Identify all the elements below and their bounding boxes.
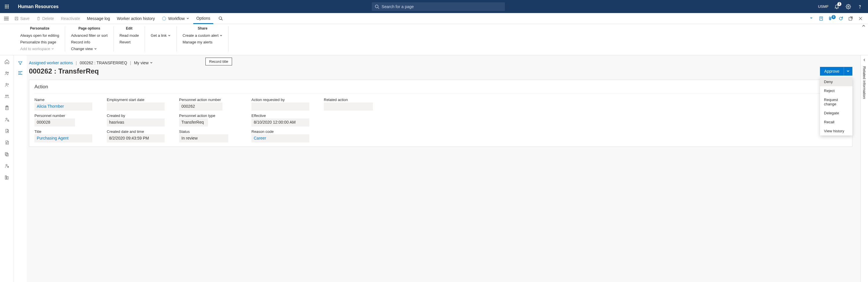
value-name[interactable]: Alicia Thornber <box>34 103 92 111</box>
app-launcher-icon[interactable] <box>2 2 11 11</box>
get-a-link[interactable]: Get a link <box>151 33 171 38</box>
attachment-badge: 0 <box>832 15 836 19</box>
org-icon[interactable] <box>3 174 10 181</box>
view-selector[interactable]: My view <box>134 60 153 65</box>
filter-rail <box>14 55 27 282</box>
left-nav-rail <box>0 55 14 282</box>
personalize-this-page[interactable]: Personalize this page <box>20 39 56 45</box>
value-created-date: 8/2/2020 09:43:59 PM <box>107 134 165 142</box>
close-icon[interactable] <box>857 16 864 21</box>
options-tab[interactable]: Options <box>193 13 213 24</box>
right-rail: Related information <box>861 55 868 282</box>
record-info[interactable]: Record info <box>71 39 90 45</box>
chevron-down-icon <box>150 61 153 64</box>
people-icon[interactable] <box>3 70 10 77</box>
approve-dropdown-toggle[interactable] <box>844 67 852 76</box>
create-custom-alert[interactable]: Create a custom alert <box>183 33 222 38</box>
value-related-action <box>324 103 373 111</box>
breadcrumb-current: 000262 : TRANSFERREQ <box>80 60 127 65</box>
svg-point-11 <box>219 17 222 20</box>
chevron-down-icon <box>220 34 222 37</box>
value-action-type: TransferReq <box>179 118 208 126</box>
label-related-action: Related action <box>324 97 384 102</box>
label-action-type: Personnel action type <box>179 113 240 118</box>
personalize-icon[interactable] <box>808 16 815 21</box>
approve-button[interactable]: Approve <box>820 67 844 76</box>
search-input[interactable] <box>382 4 502 9</box>
approve-split-button: Approve <box>820 67 852 76</box>
svg-point-10 <box>162 17 166 20</box>
ribbon-group-share-title: Share <box>197 26 207 30</box>
breadcrumb-link[interactable]: Assigned worker actions <box>29 60 73 65</box>
team-icon[interactable] <box>3 93 10 100</box>
record-title-tooltip: Record title <box>206 58 232 65</box>
svg-point-23 <box>7 95 8 96</box>
svg-line-30 <box>8 121 9 121</box>
person-add-icon[interactable] <box>3 81 10 88</box>
revert[interactable]: Revert <box>120 39 130 45</box>
svg-line-12 <box>221 19 222 20</box>
label-created-by: Created by <box>107 113 167 118</box>
workflow-button[interactable]: Workflow <box>159 13 192 24</box>
always-open-editing[interactable]: Always open for editing <box>20 33 59 38</box>
action-card: Action 8/10/2020 12:0 Name Alicia Thornb… <box>29 80 852 147</box>
document-out-icon[interactable] <box>3 128 10 135</box>
svg-rect-8 <box>16 17 17 18</box>
options-ribbon: Personalize Always open for editing Pers… <box>0 24 868 55</box>
svg-rect-9 <box>16 19 18 20</box>
chevron-down-icon <box>94 48 97 50</box>
home-icon[interactable] <box>3 58 10 65</box>
add-to-workspace: Add to workspace <box>20 46 54 52</box>
dropdown-deny[interactable]: Deny <box>820 77 852 86</box>
nav-toggle-icon[interactable] <box>2 17 10 21</box>
page-info-icon[interactable] <box>818 16 825 21</box>
copy-icon[interactable] <box>3 151 10 158</box>
ribbon-group-personalize-title: Personalize <box>30 26 50 30</box>
ribbon-group-page-options-title: Page options <box>79 26 100 30</box>
person-star-icon[interactable] <box>3 163 10 169</box>
advanced-filter-sort[interactable]: Advanced filter or sort <box>71 33 107 38</box>
list-icon[interactable] <box>18 71 23 75</box>
popout-icon[interactable] <box>847 16 854 21</box>
app-title: Human Resources <box>18 4 59 9</box>
dropdown-reject[interactable]: Reject <box>820 86 852 95</box>
value-status: In review <box>179 134 228 142</box>
toolbar-search-icon[interactable] <box>214 13 227 24</box>
settings-icon[interactable] <box>845 3 852 10</box>
read-mode[interactable]: Read mode <box>120 33 139 38</box>
chevron-down-icon <box>51 48 54 50</box>
worker-action-history-button[interactable]: Worker action history <box>114 13 158 24</box>
svg-rect-32 <box>6 153 8 156</box>
label-reason-code: Reason code <box>251 130 312 134</box>
manage-my-alerts[interactable]: Manage my alerts <box>183 39 212 45</box>
dropdown-recall[interactable]: Recall <box>820 117 852 126</box>
document-in-icon[interactable] <box>3 139 10 146</box>
dropdown-request-change[interactable]: Request change <box>820 95 852 109</box>
change-view[interactable]: Change view <box>71 46 97 52</box>
expand-related-icon[interactable] <box>863 58 866 62</box>
svg-point-0 <box>375 5 378 8</box>
message-log-button[interactable]: Message log <box>84 13 113 24</box>
filter-icon[interactable] <box>18 60 23 66</box>
attachments-icon[interactable]: 0 <box>828 16 834 21</box>
label-title: Title <box>34 130 95 134</box>
label-created-date: Created date and time <box>107 130 167 134</box>
clipboard-icon[interactable] <box>3 105 10 111</box>
chevron-down-icon <box>168 34 171 37</box>
section-title-action: Action <box>34 84 48 90</box>
dropdown-delegate[interactable]: Delegate <box>820 109 852 117</box>
value-title[interactable]: Purchasing Agent <box>34 134 92 142</box>
dropdown-view-history[interactable]: View history <box>820 126 852 136</box>
svg-point-21 <box>6 83 7 85</box>
legal-entity[interactable]: USMF <box>818 4 829 9</box>
notifications-icon[interactable]: 1 <box>833 3 840 10</box>
help-icon[interactable] <box>857 3 863 10</box>
svg-point-20 <box>7 72 8 73</box>
collapse-ribbon-icon[interactable] <box>862 24 866 28</box>
value-reason-code[interactable]: Career <box>251 134 309 142</box>
svg-point-3 <box>860 7 860 8</box>
search-box[interactable] <box>372 2 505 11</box>
related-information-tab[interactable]: Related information <box>862 66 867 99</box>
person-search-icon[interactable] <box>3 116 10 123</box>
refresh-icon[interactable] <box>837 16 844 21</box>
